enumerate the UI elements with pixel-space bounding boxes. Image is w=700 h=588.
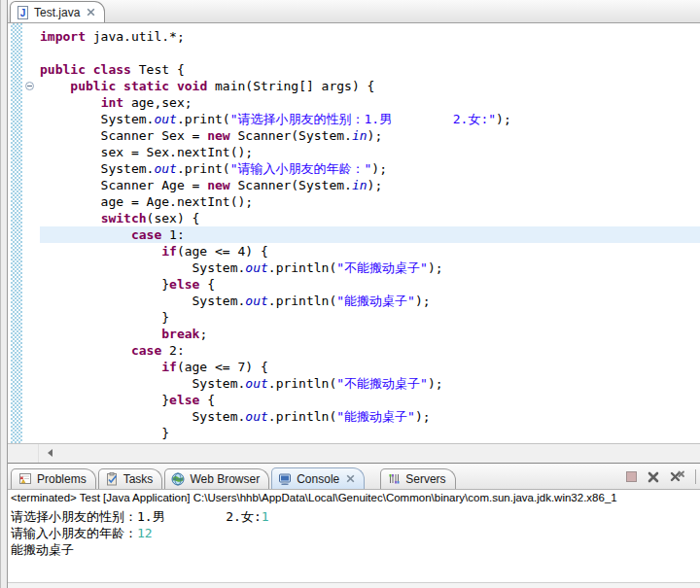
code-line: System.out.println("不能搬动桌子"); — [40, 259, 700, 276]
code-line: }else { — [40, 392, 700, 408]
remove-all-terminated-button[interactable] — [670, 470, 684, 483]
editor-hscrollbar[interactable] — [8, 443, 700, 463]
folding-margin — [22, 23, 40, 443]
tab-tasks[interactable]: Tasks — [98, 468, 163, 489]
java-file-icon: J — [17, 6, 29, 19]
console-output-line: 请选择小朋友的性别：1.男 2.女:1 — [11, 509, 700, 526]
console-output-line: 能搬动桌子 — [11, 542, 700, 559]
code-line: break; — [40, 326, 700, 342]
console-tab-label: Web Browser — [190, 472, 260, 486]
code-line: }else { — [40, 276, 700, 293]
code-line: case 2: — [40, 342, 700, 359]
code-line: if(age <= 7) { — [40, 359, 700, 375]
code-line: System.out.println("不能搬动桌子"); — [40, 375, 700, 392]
editor-body: import java.util.*; public class Test { … — [8, 23, 700, 443]
console-status-line: <terminated> Test [Java Application] C:\… — [8, 490, 700, 508]
code-line: System.out.println("能搬动桌子"); — [40, 293, 700, 309]
code-line: public class Test { — [40, 61, 700, 78]
code-line: if(age <= 4) { — [40, 243, 700, 259]
code-line: int age,sex; — [40, 94, 700, 111]
console-output[interactable]: 请选择小朋友的性别：1.男 2.女:1请输入小朋友的年龄：12能搬动桌子 — [8, 508, 700, 582]
code-line: } — [40, 425, 700, 441]
editor-tab-bar: J Test.java — [8, 0, 700, 23]
code-line: System.out.print("请选择小朋友的性别：1.男 2.女:"); — [40, 111, 700, 127]
console-tab-close-icon[interactable] — [346, 474, 355, 483]
code-line: public static void main(String[] args) { — [40, 78, 700, 94]
scrollbar-corner — [8, 444, 39, 463]
console-tab-bar: Problems Tasks — [8, 464, 700, 490]
window-left-frame — [0, 0, 8, 588]
collapse-icon[interactable] — [25, 82, 34, 90]
code-line: Scanner Sex = new Scanner(System.in); — [40, 127, 700, 144]
console-tab-label: Problems — [37, 472, 87, 486]
tab-console[interactable]: Console — [271, 467, 365, 489]
main-column: J Test.java import java.util.*; public c… — [8, 0, 700, 588]
tab-servers[interactable]: Servers — [380, 468, 455, 489]
terminate-button[interactable] — [626, 471, 637, 482]
console-output-line: 请输入小朋友的年龄：12 — [11, 526, 700, 542]
remove-launch-button[interactable] — [648, 471, 659, 483]
web-browser-globe-icon — [171, 472, 185, 486]
servers-icon — [387, 472, 401, 486]
code-line: System.out.println("能搬动桌子"); — [40, 408, 700, 425]
code-line: System.out.print("请输入小朋友的年龄："); — [40, 160, 700, 177]
editor-tab-label: Test.java — [34, 6, 80, 19]
code-line: case 1: — [22, 226, 700, 243]
toolbar-separator — [695, 469, 696, 484]
tab-web-browser[interactable]: Web Browser — [164, 468, 269, 489]
console-bottom-scrollbar[interactable] — [8, 582, 700, 588]
code-line: switch(sex) { — [40, 210, 700, 226]
tab-test-java[interactable]: J Test.java — [10, 1, 105, 22]
code-line: sex = Sex.nextInt(); — [40, 144, 700, 160]
problems-icon — [18, 472, 32, 486]
console-icon — [278, 472, 292, 486]
tasks-icon — [105, 472, 119, 486]
code-editor[interactable]: import java.util.*; public class Test { … — [40, 23, 700, 443]
code-line: import java.util.*; — [40, 28, 700, 45]
svg-text:J: J — [20, 7, 26, 17]
scroll-left-arrow-icon[interactable] — [48, 449, 52, 457]
editor-tab-close-icon[interactable] — [87, 8, 95, 17]
code-line: age = Age.nextInt(); — [40, 193, 700, 210]
console-tab-label: Console — [297, 472, 339, 486]
hscrollbar-track[interactable] — [39, 444, 700, 463]
console-view: Problems Tasks — [8, 463, 700, 588]
console-tab-label: Servers — [405, 472, 445, 486]
console-toolbar — [626, 469, 696, 484]
code-line — [40, 45, 700, 61]
ide-window: J Test.java import java.util.*; public c… — [0, 0, 700, 588]
quick-diff-ruler — [11, 23, 22, 443]
console-tab-label: Tasks — [123, 472, 154, 486]
code-line: } — [40, 309, 700, 326]
tab-problems[interactable]: Problems — [11, 468, 96, 489]
code-line: Scanner Age = new Scanner(System.in); — [40, 177, 700, 193]
